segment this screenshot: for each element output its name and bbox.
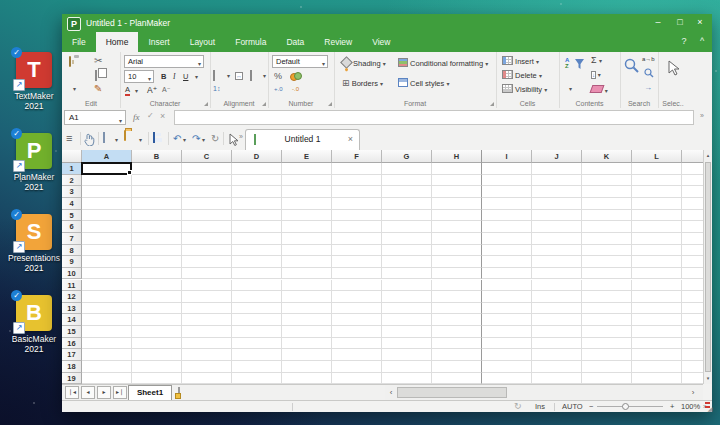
grid-cell-m10[interactable] bbox=[682, 268, 703, 280]
ribbon-tab-home[interactable]: Home bbox=[96, 32, 139, 52]
insert-function-button[interactable]: fx bbox=[133, 112, 140, 122]
grid-cell-f10[interactable] bbox=[332, 268, 382, 280]
grid-cell-b7[interactable] bbox=[132, 233, 182, 245]
column-header-c[interactable]: C bbox=[182, 150, 232, 163]
wrap-dropdown[interactable]: ▾ bbox=[263, 72, 266, 79]
column-header-m[interactable]: M bbox=[682, 150, 703, 163]
grid-cell-f5[interactable] bbox=[332, 210, 382, 222]
grid-cell-i5[interactable] bbox=[482, 210, 532, 222]
grid-cell-d9[interactable] bbox=[232, 256, 282, 268]
grid-cell-g8[interactable] bbox=[382, 245, 432, 257]
grid-cell-f14[interactable] bbox=[332, 314, 382, 326]
grid-cell-a9[interactable] bbox=[82, 256, 132, 268]
column-header-g[interactable]: G bbox=[382, 150, 432, 163]
vertical-scroll-thumb[interactable] bbox=[705, 162, 711, 372]
grid-cell-a10[interactable] bbox=[82, 268, 132, 280]
shading-button[interactable]: Shading ▾ bbox=[342, 58, 386, 68]
grid-cell-g14[interactable] bbox=[382, 314, 432, 326]
row-header-2[interactable]: 2 bbox=[62, 175, 82, 187]
save-button[interactable] bbox=[153, 133, 155, 142]
grid-cell-h14[interactable] bbox=[432, 314, 482, 326]
font-color-button[interactable]: A bbox=[125, 85, 130, 96]
paste-dropdown[interactable]: ▾ bbox=[73, 85, 76, 92]
grid-cell-b9[interactable] bbox=[132, 256, 182, 268]
scroll-down-arrow[interactable]: ▾ bbox=[704, 373, 712, 384]
column-header-j[interactable]: J bbox=[532, 150, 582, 163]
grid-cell-f4[interactable] bbox=[332, 198, 382, 210]
new-sheet-button[interactable] bbox=[178, 388, 180, 397]
grid-cell-d5[interactable] bbox=[232, 210, 282, 222]
grid-cell-b3[interactable] bbox=[132, 186, 182, 198]
grid-cell-g17[interactable] bbox=[382, 349, 432, 361]
paste-button[interactable] bbox=[69, 57, 71, 66]
grid-cell-c14[interactable] bbox=[182, 314, 232, 326]
grid-cell-f13[interactable] bbox=[332, 303, 382, 315]
grid-cell-h2[interactable] bbox=[432, 175, 482, 187]
grid-cell-e16[interactable] bbox=[282, 338, 332, 350]
grid-cell-h7[interactable] bbox=[432, 233, 482, 245]
ribbon-tab-file[interactable]: File bbox=[62, 32, 96, 52]
grid-cell-g7[interactable] bbox=[382, 233, 432, 245]
row-header-12[interactable]: 12 bbox=[62, 291, 82, 303]
fill-color-dropdown[interactable]: ▾ bbox=[227, 72, 230, 79]
scroll-right-arrow[interactable]: › bbox=[687, 387, 699, 399]
split-marker-icon[interactable] bbox=[705, 402, 710, 404]
grid-cell-g11[interactable] bbox=[382, 280, 432, 292]
row-header-8[interactable]: 8 bbox=[62, 245, 82, 257]
redo-dropdown[interactable]: ▾ bbox=[202, 136, 205, 143]
row-header-17[interactable]: 17 bbox=[62, 349, 82, 361]
grid-cell-e13[interactable] bbox=[282, 303, 332, 315]
grid-cell-e6[interactable] bbox=[282, 221, 332, 233]
grid-cell-l9[interactable] bbox=[632, 256, 682, 268]
confirm-entry-button[interactable]: ✓ bbox=[147, 111, 154, 120]
grid-cell-l1[interactable] bbox=[632, 163, 682, 175]
grid-cell-k19[interactable] bbox=[582, 373, 632, 384]
conditional-formatting-button[interactable]: Conditional formatting ▾ bbox=[398, 58, 488, 68]
grid-cell-f1[interactable] bbox=[332, 163, 382, 175]
grid-cell-a19[interactable] bbox=[82, 373, 132, 384]
grid-cell-a2[interactable] bbox=[82, 175, 132, 187]
grid-cell-j16[interactable] bbox=[532, 338, 582, 350]
document-tab[interactable]: Untitled 1 × bbox=[245, 129, 360, 150]
grid-cell-i2[interactable] bbox=[482, 175, 532, 187]
grid-cell-c11[interactable] bbox=[182, 280, 232, 292]
grid-cell-c5[interactable] bbox=[182, 210, 232, 222]
scroll-left-arrow[interactable]: ‹ bbox=[385, 387, 397, 399]
grid-cell-k9[interactable] bbox=[582, 256, 632, 268]
grid-cell-l12[interactable] bbox=[632, 291, 682, 303]
grid-cell-b19[interactable] bbox=[132, 373, 182, 384]
copy-button[interactable] bbox=[95, 71, 97, 80]
column-header-d[interactable]: D bbox=[232, 150, 282, 163]
horizontal-scrollbar[interactable]: ‹ › bbox=[385, 384, 703, 400]
grid-cell-b16[interactable] bbox=[132, 338, 182, 350]
grid-cell-f9[interactable] bbox=[332, 256, 382, 268]
grid-cell-d12[interactable] bbox=[232, 291, 282, 303]
repeat-icon[interactable]: ↻ bbox=[211, 132, 219, 145]
grid-cell-i3[interactable] bbox=[482, 186, 532, 198]
row-header-16[interactable]: 16 bbox=[62, 338, 82, 350]
formula-bar-more-button[interactable]: » bbox=[700, 112, 704, 119]
grid-cell-l5[interactable] bbox=[632, 210, 682, 222]
merge-cells-button[interactable]: ↔ bbox=[235, 71, 243, 80]
ribbon-tab-layout[interactable]: Layout bbox=[180, 32, 226, 52]
grid-cell-e10[interactable] bbox=[282, 268, 332, 280]
grid-cell-b8[interactable] bbox=[132, 245, 182, 257]
grid-cell-h5[interactable] bbox=[432, 210, 482, 222]
dialog-launcher-icon[interactable] bbox=[490, 102, 494, 106]
grid-cell-e19[interactable] bbox=[282, 373, 332, 384]
grid-cell-d16[interactable] bbox=[232, 338, 282, 350]
redo-button[interactable]: ↷ bbox=[192, 132, 200, 145]
grid-cell-i7[interactable] bbox=[482, 233, 532, 245]
grid-cell-d19[interactable] bbox=[232, 373, 282, 384]
grid-cell-g9[interactable] bbox=[382, 256, 432, 268]
grid-cell-g15[interactable] bbox=[382, 326, 432, 338]
grid-cell-m14[interactable] bbox=[682, 314, 703, 326]
grid-cell-a7[interactable] bbox=[82, 233, 132, 245]
first-sheet-button[interactable]: ❘◂ bbox=[65, 386, 79, 399]
grid-cell-b1[interactable] bbox=[132, 163, 182, 175]
formula-input[interactable] bbox=[174, 110, 694, 125]
sheet-tab-sheet1[interactable]: Sheet1 bbox=[128, 385, 172, 400]
grid-cell-a5[interactable] bbox=[82, 210, 132, 222]
toolbar-more-button[interactable]: » bbox=[239, 133, 243, 140]
grid-cell-c9[interactable] bbox=[182, 256, 232, 268]
